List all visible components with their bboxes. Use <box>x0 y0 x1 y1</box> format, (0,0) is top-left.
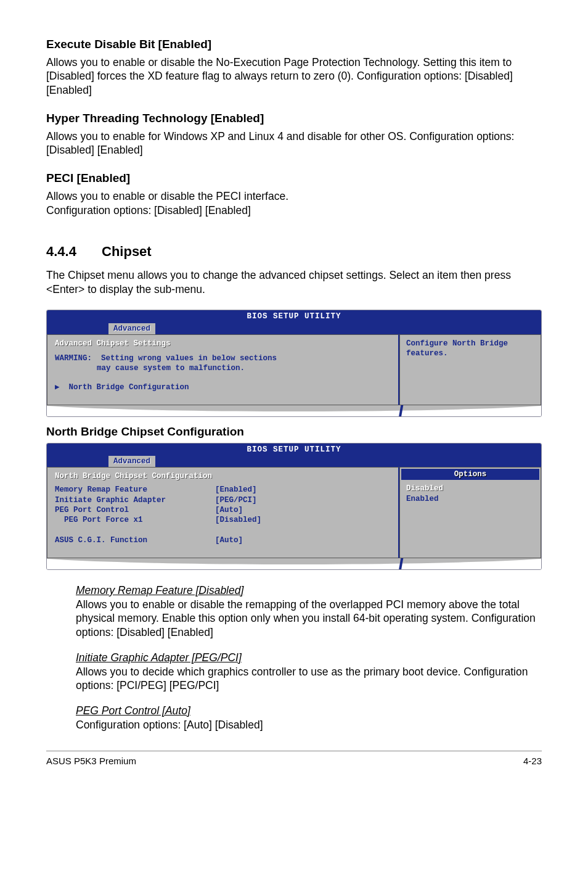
bios-row-label: Initiate Graphic Adapter <box>55 495 215 505</box>
page-footer: ASUS P5K3 Premium 4-23 <box>46 751 542 767</box>
arrow-right-icon: ▶ <box>55 383 60 392</box>
para-initiate-graphic: Allows you to decide which graphics cont… <box>76 665 542 693</box>
heading-nbcc: North Bridge Chipset Configuration <box>46 424 542 440</box>
para-memory-remap: Allows you to enable or disable the rema… <box>76 598 542 640</box>
section-number: 4.4.4 <box>46 243 102 261</box>
bios-row-label: ASUS C.G.I. Function <box>55 535 215 545</box>
bios-row-asus-cgi[interactable]: ASUS C.G.I. Function [Auto] <box>55 535 391 545</box>
heading-hyper-threading: Hyper Threading Technology [Enabled] <box>46 111 542 126</box>
bios-left-title-2: North Bridge Chipset Configuration <box>55 471 391 481</box>
bios-row-peg-port-force[interactable]: PEG Port Force x1 [Disabled] <box>55 515 391 525</box>
bios-row-memory-remap[interactable]: Memory Remap Feature [Enabled] <box>55 485 391 495</box>
bios-right-pane: Configure North Bridge features. <box>399 334 541 405</box>
bios-left-title: Advanced Chipset Settings <box>55 339 391 349</box>
bios-help-line1: Configure North Bridge <box>406 339 534 349</box>
para-chipset-intro: The Chipset menu allows you to change th… <box>46 268 542 297</box>
bios-left-pane: Advanced Chipset Settings WARMING: Setti… <box>47 334 399 405</box>
footer-right: 4-23 <box>523 755 542 767</box>
bios-panel-north-bridge: BIOS SETUP UTILITY Advanced North Bridge… <box>46 443 542 570</box>
bios-row-label: PEG Port Force x1 <box>55 515 215 525</box>
bios-row-peg-port-control[interactable]: PEG Port Control [Auto] <box>55 505 391 515</box>
bios-row-value: [Enabled] <box>215 485 257 495</box>
bios-row-label: Memory Remap Feature <box>55 485 215 495</box>
bios-option-disabled[interactable]: Disabled <box>406 484 534 493</box>
bios-warning-line2: may cause system to malfunction. <box>55 363 391 373</box>
section-title: Chipset <box>102 244 152 259</box>
bios-row-value: [Auto] <box>215 505 243 515</box>
bios-nav-north-bridge[interactable]: ▶ North Bridge Configuration <box>55 382 391 392</box>
footer-left: ASUS P5K3 Premium <box>46 755 136 767</box>
bios-row-value: [Auto] <box>215 535 243 545</box>
bios-tab-advanced[interactable]: Advanced <box>108 323 155 334</box>
para-peg-port-control: Configuration options: [Auto] [Disabled] <box>76 718 542 732</box>
section-chipset-heading: 4.4.4Chipset <box>46 243 542 261</box>
bios-warning-prefix: WARMING: <box>55 354 92 363</box>
bios-row-label: PEG Port Control <box>55 505 215 515</box>
bios-options-title: Options <box>401 469 539 480</box>
bios-help-line2: features. <box>406 349 534 358</box>
bios-header-2: BIOS SETUP UTILITY <box>47 444 541 456</box>
bios-left-pane-2: North Bridge Chipset Configuration Memor… <box>47 467 399 558</box>
bios-tab-advanced-2[interactable]: Advanced <box>108 456 155 467</box>
bios-right-pane-2: Options Disabled Enabled <box>399 467 541 558</box>
heading-execute-disable: Execute Disable Bit [Enabled] <box>46 37 542 52</box>
bios-header: BIOS SETUP UTILITY <box>47 310 541 323</box>
bios-row-initiate-graphic[interactable]: Initiate Graphic Adapter [PEG/PCI] <box>55 495 391 505</box>
bios-nav-label: North Bridge Configuration <box>69 383 189 392</box>
bios-tab-row-2: Advanced <box>47 456 541 467</box>
bios-option-enabled[interactable]: Enabled <box>406 494 534 504</box>
bios-warning-line1: Setting wrong values in below sections <box>101 354 277 363</box>
bios-curve-decor <box>47 405 541 416</box>
subheading-memory-remap: Memory Remap Feature [Disabled] <box>76 584 542 598</box>
para-peci-1: Allows you to enable or disable the PECI… <box>46 189 542 204</box>
subheading-peg-port-control: PEG Port Control [Auto] <box>76 704 542 718</box>
para-peci-2: Configuration options: [Disabled] [Enabl… <box>46 204 542 218</box>
bios-row-value: [Disabled] <box>215 515 261 525</box>
heading-peci: PECI [Enabled] <box>46 171 542 186</box>
bios-row-spacer <box>55 525 391 535</box>
bios-tab-row: Advanced <box>47 323 541 334</box>
bios-panel-advanced-chipset: BIOS SETUP UTILITY Advanced Advanced Chi… <box>46 310 542 417</box>
bios-row-value: [PEG/PCI] <box>215 495 257 505</box>
bios-curve-decor-2 <box>47 558 541 569</box>
para-execute-disable: Allows you to enable or disable the No-E… <box>46 56 542 97</box>
para-hyper-threading: Allows you to enable for Windows XP and … <box>46 130 542 158</box>
bios-warning: WARMING: Setting wrong values in below s… <box>55 353 391 363</box>
subheading-initiate-graphic: Initiate Graphic Adapter [PEG/PCI] <box>76 651 542 665</box>
